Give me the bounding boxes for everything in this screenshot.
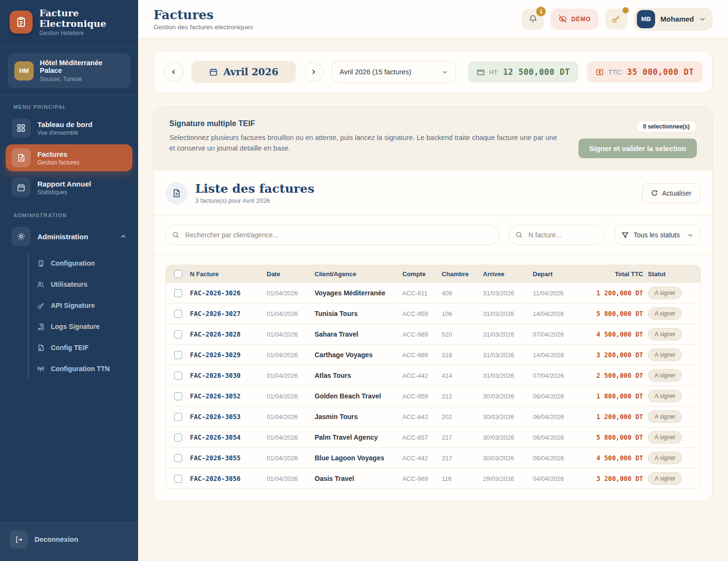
invoice-number[interactable]: FAC-2026-3029 <box>190 351 267 359</box>
ht-value: 12 500,000 DT <box>503 67 570 77</box>
hotel-location: Sousse, Tunisie <box>40 76 124 82</box>
filters-row: Tous les statuts <box>154 215 712 255</box>
bell-icon <box>528 14 538 23</box>
sidebar-item-factures[interactable]: Factures Gestion factures <box>6 144 132 171</box>
row-checkbox[interactable] <box>174 289 182 297</box>
invoice-list-subtitle: 3 facture(s) pour Avril 2026 <box>195 197 315 204</box>
sidebar-item-logs-signature[interactable]: Logs Signature <box>36 316 132 337</box>
invoice-client: Tunisia Tours <box>315 310 402 317</box>
demo-mode-button[interactable]: DÉMO <box>551 9 599 30</box>
row-checkbox[interactable] <box>174 310 182 318</box>
current-month-label: Avril 2026 <box>223 66 279 78</box>
table-row[interactable]: FAC-2026-3028 01/04/2026 Sahara Travel A… <box>166 324 700 344</box>
invoice-number[interactable]: FAC-2026-3054 <box>190 433 267 441</box>
sidebar-item-api-signature[interactable]: API Signature <box>36 295 132 316</box>
sidebar-item-rapport-annuel[interactable]: Rapport Annuel Statistiques <box>6 174 132 201</box>
row-checkbox-cell <box>166 351 190 359</box>
sign-selection-button[interactable]: Signer et valider la selection <box>578 139 697 158</box>
row-checkbox-cell <box>166 392 190 400</box>
column-header: Client/Agence <box>315 270 402 278</box>
client-search-input[interactable] <box>165 225 499 245</box>
invoice-number[interactable]: FAC-2026-3028 <box>190 330 267 338</box>
table-row[interactable]: FAC-2026-3026 01/04/2026 Voyages Méditer… <box>166 282 700 303</box>
invoice-number[interactable]: FAC-2026-3026 <box>190 289 267 297</box>
chevron-down-icon <box>687 232 693 238</box>
sidebar-item-configuration[interactable]: Configuration <box>36 253 132 274</box>
row-checkbox[interactable] <box>174 372 182 380</box>
row-checkbox[interactable] <box>174 351 182 359</box>
invoice-number[interactable]: FAC-2026-3053 <box>190 413 267 421</box>
row-checkbox-cell <box>166 433 190 442</box>
hotel-card[interactable]: HM Hôtel Méditerranée Palace Sousse, Tun… <box>8 53 130 88</box>
table-row[interactable]: FAC-2026-3029 01/04/2026 Carthage Voyage… <box>166 344 700 365</box>
gear-icon <box>12 227 31 246</box>
prev-month-button[interactable] <box>164 62 184 82</box>
scroll-icon <box>36 323 45 330</box>
row-checkbox[interactable] <box>174 454 182 462</box>
invoice-number[interactable]: FAC-2026-3027 <box>190 310 267 317</box>
refresh-button[interactable]: Actualiser <box>642 183 701 203</box>
notifications-button[interactable]: 1 <box>522 9 544 30</box>
status-badge: A signer <box>648 472 682 485</box>
row-checkbox[interactable] <box>174 413 182 421</box>
row-checkbox[interactable] <box>174 433 182 442</box>
table-row[interactable]: FAC-2026-3056 01/04/2026 Oasis Travel AC… <box>166 468 700 489</box>
select-all-checkbox[interactable] <box>174 270 182 278</box>
month-select-value: Avril 2026 (15 factures) <box>340 68 411 76</box>
table-row[interactable]: FAC-2026-3027 01/04/2026 Tunisia Tours A… <box>166 303 700 324</box>
invoice-number-input[interactable] <box>509 225 605 245</box>
table-row[interactable]: FAC-2026-3054 01/04/2026 Palm Travel Age… <box>166 427 700 447</box>
ttc-label: TTC: <box>608 69 622 76</box>
page-title: Factures <box>153 8 253 22</box>
table-row[interactable]: FAC-2026-3053 01/04/2026 Jasmin Tours AC… <box>166 406 700 427</box>
invoice-departure: 07/04/2026 <box>533 331 585 338</box>
ht-label: HT: <box>489 69 499 76</box>
admin-menu: Administration Configuration Utilisateur… <box>0 223 138 379</box>
invoice-logo-icon <box>10 11 33 34</box>
invoice-number[interactable]: FAC-2026-3055 <box>190 454 267 462</box>
invoice-number-search <box>509 225 605 245</box>
table-row[interactable]: FAC-2026-3055 01/04/2026 Blue Lagoon Voy… <box>166 447 700 468</box>
invoice-room: 409 <box>442 290 483 297</box>
sidebar-item-administration[interactable]: Administration <box>6 223 132 250</box>
invoice-room: 202 <box>442 413 483 421</box>
row-checkbox-cell <box>166 372 190 380</box>
month-select[interactable]: Avril 2026 (15 factures) <box>331 61 456 83</box>
table-row[interactable]: FAC-2026-3030 01/04/2026 Atlas Tours ACC… <box>166 365 700 386</box>
status-badge: A signer <box>648 349 682 361</box>
sidebar-item-utilisateurs[interactable]: Utilisateurs <box>36 274 132 295</box>
current-month-button[interactable]: Avril 2026 <box>191 61 296 83</box>
invoice-date: 01/04/2026 <box>267 310 315 317</box>
month-totals: HT: 12 500,000 DT TTC: 35 000,000 DT <box>468 61 703 82</box>
sidebar-item-configuration-ttn[interactable]: Configuration TTN <box>36 358 132 379</box>
app-subtitle: Gestion Hoteliere <box>39 30 129 36</box>
invoice-number[interactable]: FAC-2026-3052 <box>190 392 267 400</box>
next-month-button[interactable] <box>304 62 324 82</box>
signature-key-button[interactable] <box>605 9 627 30</box>
user-menu-button[interactable]: MB Mohamed <box>634 8 713 31</box>
logout-label: Deconnexion <box>35 536 78 543</box>
invoice-departure: 06/04/2026 <box>533 434 585 441</box>
table-row[interactable]: FAC-2026-3052 01/04/2026 Golden Beach Tr… <box>166 386 700 406</box>
column-header: N Facture <box>190 270 267 278</box>
invoice-departure: 14/04/2026 <box>533 351 585 359</box>
table-body: FAC-2026-3026 01/04/2026 Voyages Méditer… <box>166 282 700 489</box>
row-checkbox[interactable] <box>174 475 182 483</box>
sidebar-item-tableau-de-bord[interactable]: Tableau de bord Vue d'ensemble <box>6 115 132 141</box>
invoice-room: 106 <box>442 310 483 317</box>
logout-button[interactable]: Deconnexion <box>0 522 138 561</box>
sidebar-item-config-teif[interactable]: Config TEIF <box>36 337 132 358</box>
invoice-account: ACC-959 <box>402 310 442 317</box>
key-icon <box>611 14 621 23</box>
topbar: Factures Gestion des factures electroniq… <box>138 0 728 38</box>
row-checkbox[interactable] <box>174 392 182 400</box>
invoice-number[interactable]: FAC-2026-3056 <box>190 475 267 482</box>
row-checkbox[interactable] <box>174 330 182 339</box>
bulk-signature-description: Selectionnez plusieurs factures brouillo… <box>169 132 564 154</box>
invoice-number[interactable]: FAC-2026-3030 <box>190 372 267 379</box>
status-filter-select[interactable]: Tous les statuts <box>614 225 701 245</box>
invoice-departure: 04/04/2026 <box>533 475 585 482</box>
chevron-down-icon <box>442 69 448 75</box>
sidebar-item-sublabel: Gestion factures <box>37 159 79 166</box>
invoice-departure: 07/04/2026 <box>533 372 585 379</box>
